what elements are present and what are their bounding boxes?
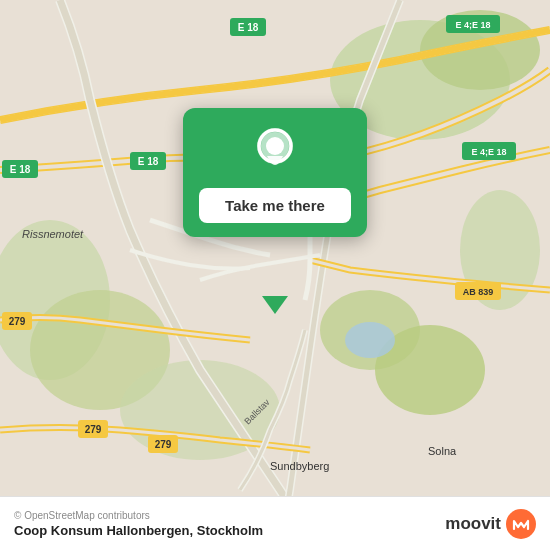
svg-text:E 4;E 18: E 4;E 18 [455, 20, 490, 30]
location-pin-icon [252, 126, 298, 178]
map-container: E 18 E 18 E 18 E 4;E 18 E 4;E 18 AB 839 … [0, 0, 550, 550]
svg-point-36 [269, 140, 281, 152]
svg-text:Solna: Solna [428, 445, 457, 457]
popup-card: Take me there [183, 108, 367, 237]
svg-text:279: 279 [85, 424, 102, 435]
map-background: E 18 E 18 E 18 E 4;E 18 E 4;E 18 AB 839 … [0, 0, 550, 550]
moovit-brand-icon [506, 509, 536, 539]
svg-text:E 18: E 18 [10, 164, 31, 175]
svg-text:279: 279 [9, 316, 26, 327]
bottom-bar: © OpenStreetMap contributors Coop Konsum… [0, 496, 550, 550]
svg-point-9 [345, 322, 395, 358]
moovit-m-icon [512, 515, 530, 533]
take-me-there-button[interactable]: Take me there [199, 188, 351, 223]
svg-text:E 18: E 18 [138, 156, 159, 167]
svg-text:279: 279 [155, 439, 172, 450]
svg-text:Sundbyberg: Sundbyberg [270, 460, 329, 472]
popup-tail [262, 296, 288, 314]
bottom-left: © OpenStreetMap contributors Coop Konsum… [14, 510, 263, 538]
attribution-text: © OpenStreetMap contributors [14, 510, 263, 521]
moovit-logo: moovit [445, 509, 536, 539]
moovit-text: moovit [445, 514, 501, 534]
svg-text:E 4;E 18: E 4;E 18 [471, 147, 506, 157]
svg-text:Rissnemotet: Rissnemotet [22, 228, 84, 240]
svg-text:E 18: E 18 [238, 22, 259, 33]
location-title: Coop Konsum Hallonbergen, Stockholm [14, 523, 263, 538]
svg-text:AB 839: AB 839 [463, 287, 494, 297]
